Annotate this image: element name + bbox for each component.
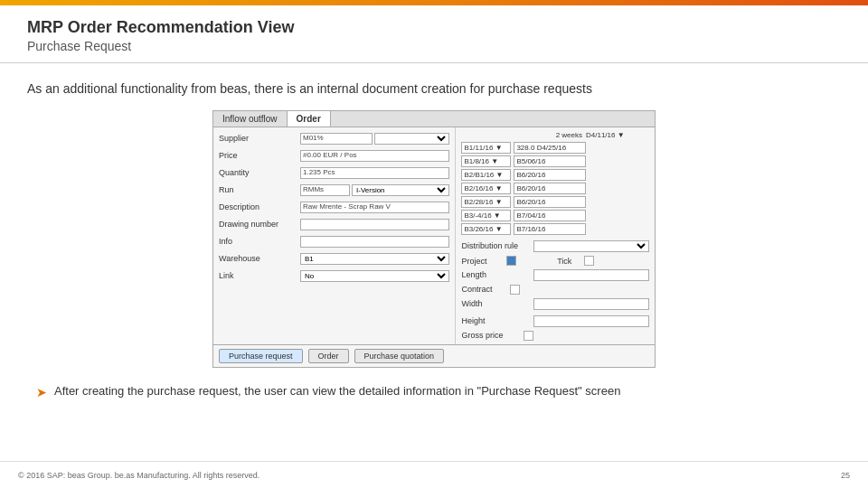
field-length[interactable]	[533, 269, 649, 281]
label-dist: Distribution rule	[461, 241, 533, 250]
date-row-4: B2/16/16 ▼ B6/20/16	[461, 183, 649, 194]
date-row-3: B2/B1/16 ▼ B6/20/16	[461, 169, 649, 181]
bullet-section: ➤ After creating the purchase request, t…	[27, 382, 841, 402]
label-contract: Contract	[461, 285, 506, 295]
label-warehouse: Warehouse	[219, 254, 300, 263]
date-rows: B1/11/16 ▼ 328.0 D4/25/16 B1/8/16 ▼ B5/0…	[461, 142, 649, 235]
form-row-grossprice: Gross price	[461, 331, 649, 341]
checkbox-tick[interactable]	[584, 256, 594, 266]
footer-copyright: © 2016 SAP: beas Group. be.as Manufactur…	[18, 471, 259, 480]
select-supplier[interactable]	[374, 133, 449, 145]
bullet-text-1: After creating the purchase request, the…	[54, 382, 832, 400]
date-row-2: B1/8/16 ▼ B5/06/16	[461, 155, 649, 167]
form-body: Supplier M01% Price #0.00 EUR / Pos Quan…	[213, 127, 655, 344]
label-link: Link	[219, 271, 300, 280]
date-cell-6b[interactable]: B7/04/16	[514, 210, 586, 221]
date-cell-3a[interactable]: B2/B1/16 ▼	[461, 169, 511, 181]
label-project: Project	[461, 257, 506, 266]
page-title: MRP Order Recommendation View	[27, 18, 841, 37]
date-cell-2b[interactable]: B5/06/16	[514, 155, 586, 167]
form-left: Supplier M01% Price #0.00 EUR / Pos Quan…	[213, 127, 456, 344]
date-row-1: B1/11/16 ▼ 328.0 D4/25/16	[461, 142, 649, 154]
mock-form: Inflow outflow Order Supplier M01% Price…	[212, 110, 656, 368]
label-description: Description	[219, 202, 300, 211]
label-height: Height	[461, 316, 533, 325]
field-info[interactable]	[300, 236, 449, 248]
form-right: 2 weeks D4/11/16 ▼ B1/11/16 ▼ 328.0 D4/2…	[456, 127, 655, 344]
form-row-run: Run RMMs I-Version	[219, 183, 449, 197]
date-header-date: D4/11/16 ▼	[586, 131, 649, 139]
field-width[interactable]	[533, 298, 649, 310]
project-field: Project	[461, 256, 553, 266]
footer-page: 25	[841, 471, 850, 480]
footer: © 2016 SAP: beas Group. be.as Manufactur…	[0, 461, 868, 488]
label-run: Run	[219, 185, 300, 194]
label-info: Info	[219, 237, 300, 246]
label-drawing: Drawing number	[219, 220, 300, 229]
checkbox-project[interactable]	[506, 256, 516, 266]
form-row-height: Height	[461, 314, 649, 328]
field-height[interactable]	[533, 315, 649, 327]
date-header-weeks: 2 weeks	[461, 131, 582, 139]
label-tick: Tick	[557, 257, 584, 266]
date-cell-5b[interactable]: B6/20/16	[514, 196, 586, 208]
header: MRP Order Recommendation View Purchase R…	[0, 5, 868, 63]
field-description[interactable]: Raw Mrente - Scrap Raw V	[300, 202, 449, 213]
bullet-arrow-icon: ➤	[36, 383, 47, 402]
label-quantity: Quantity	[219, 168, 300, 177]
date-cell-4a[interactable]: B2/16/16 ▼	[461, 183, 511, 194]
date-cell-6a[interactable]: B3/-4/16 ▼	[461, 210, 511, 221]
form-row-link: Link No	[219, 268, 449, 283]
label-price: Price	[219, 151, 300, 160]
select-warehouse[interactable]: B1	[300, 253, 449, 265]
date-cell-3b[interactable]: B6/20/16	[514, 169, 586, 181]
form-row-drawing: Drawing number	[219, 217, 449, 231]
date-cell-1a[interactable]: B1/11/16 ▼	[461, 142, 511, 154]
label-supplier: Supplier	[219, 134, 300, 143]
form-tabs: Inflow outflow Order	[213, 111, 655, 127]
form-row-warehouse: Warehouse B1	[219, 251, 449, 266]
bullet-item-1: ➤ After creating the purchase request, t…	[36, 382, 832, 402]
field-price[interactable]: #0.00 EUR / Pos	[300, 150, 449, 162]
tab-order[interactable]: Order	[288, 111, 331, 127]
date-cell-2a[interactable]: B1/8/16 ▼	[461, 155, 511, 167]
label-width: Width	[461, 299, 533, 308]
tab-inflow-outflow[interactable]: Inflow outflow	[213, 111, 288, 127]
form-row-description: Description Raw Mrente - Scrap Raw V	[219, 200, 449, 214]
btn-order[interactable]: Order	[308, 349, 349, 363]
label-length: Length	[461, 270, 533, 279]
select-link[interactable]: No	[300, 270, 449, 282]
form-footer: Purchase request Order Purchase quotatio…	[213, 344, 655, 367]
screenshot-container: Inflow outflow Order Supplier M01% Price…	[27, 110, 841, 368]
form-row-info: Info	[219, 234, 449, 249]
form-row-price: Price #0.00 EUR / Pos	[219, 148, 449, 163]
date-cell-4b[interactable]: B6/20/16	[514, 183, 586, 194]
date-cell-5a[interactable]: B2/28/16 ▼	[461, 196, 511, 208]
field-drawing[interactable]	[300, 219, 449, 230]
tick-field: Tick	[557, 256, 649, 266]
form-row-width: Width	[461, 296, 649, 311]
form-row-contract: Contract	[461, 285, 649, 295]
form-row-dist: Distribution rule	[461, 239, 649, 253]
intro-text: As an additional functionality from beas…	[27, 81, 841, 96]
form-row-supplier: Supplier M01%	[219, 131, 449, 145]
field-supplier[interactable]: M01%	[300, 133, 373, 145]
date-row-7: B3/26/16 ▼ B7/16/16	[461, 223, 649, 235]
form-row-quantity: Quantity 1.235 Pcs	[219, 165, 449, 180]
select-dist[interactable]	[533, 240, 649, 252]
date-cell-7a[interactable]: B3/26/16 ▼	[461, 223, 511, 235]
btn-purchase-quotation[interactable]: Purchase quotation	[354, 349, 445, 363]
date-row-6: B3/-4/16 ▼ B7/04/16	[461, 210, 649, 221]
field-quantity[interactable]: 1.235 Pcs	[300, 167, 449, 179]
date-header: 2 weeks D4/11/16 ▼	[461, 131, 649, 139]
form-row-length: Length	[461, 267, 649, 282]
date-cell-7b[interactable]: B7/16/16	[514, 223, 586, 235]
checkbox-grossprice[interactable]	[524, 331, 533, 341]
btn-purchase-request[interactable]: Purchase request	[219, 349, 303, 363]
form-row-project-tick: Project Tick	[461, 256, 649, 266]
field-run[interactable]: RMMs	[300, 184, 350, 196]
checkbox-contract[interactable]	[510, 285, 520, 295]
label-grossprice: Gross price	[461, 331, 520, 341]
select-iversion[interactable]: I-Version	[352, 184, 449, 196]
date-cell-1b[interactable]: 328.0 D4/25/16	[514, 142, 586, 154]
